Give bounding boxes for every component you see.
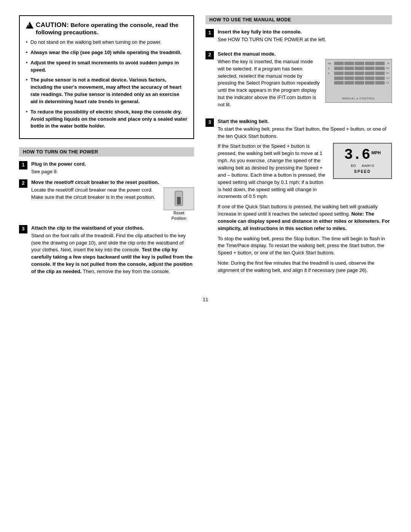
caution-box: CAUTION: Before operating the console, r… — [19, 15, 194, 139]
manual-step-2-number: 2 — [206, 51, 214, 59]
start-belt-text-2: If the Start button or the Speed + butto… — [218, 143, 328, 200]
speed-unit: MPH — [371, 150, 381, 156]
step-1-body: See page 9. — [31, 168, 194, 176]
caution-list: Do not stand on the walking belt when tu… — [26, 39, 187, 130]
manual-step-3: 3 Start the walking belt. To start the w… — [206, 118, 392, 276]
manual-step-3-title: Start the walking belt. — [218, 118, 392, 124]
power-step-2: 2 Move the reset/off circuit breaker to … — [19, 179, 194, 221]
console-panel-diagram: ns Di 1 — [325, 59, 392, 103]
caution-triangle-icon — [26, 22, 33, 29]
speed-sub-left: EO — [351, 163, 356, 168]
svg-rect-1 — [177, 197, 181, 204]
caution-item-2: Always wear the clip (see page 10) while… — [26, 49, 187, 56]
manual-step-2-title: Select the manual mode. — [218, 51, 392, 57]
step-1-number: 1 — [19, 161, 27, 169]
manual-step-2-content: Select the manual mode. When the key is … — [218, 51, 392, 111]
caution-item-2-bold: Always wear the clip (see page 10) while… — [30, 50, 182, 55]
manual-step-2-text: When the key is inserted, the manual mod… — [218, 58, 320, 109]
manual-step-2-body: When the key is inserted, the manual mod… — [218, 58, 392, 111]
speed-label: SPEED — [354, 169, 371, 175]
caution-item-5: To reduce the possibility of electric sh… — [26, 109, 187, 130]
step-2-text: Locate the reset/off circuit breaker nea… — [31, 187, 158, 201]
step-3-bold: Test the clip by carefully taking a few … — [31, 247, 193, 274]
caution-word: CAUTION: — [36, 21, 69, 29]
manual-step-1-content: Insert the key fully into the console. S… — [218, 29, 392, 43]
manual-step-2: 2 Select the manual mode. When the key i… — [206, 51, 392, 111]
step-3-text-1: Stand on the foot rails of the treadmill… — [31, 232, 194, 275]
caution-item-3: Adjust the speed in small increments to … — [26, 59, 187, 74]
step-2-title: Move the reset/off circuit breaker to th… — [31, 179, 194, 185]
console-manual-label: MANUAL ♦ CONTROL — [326, 97, 392, 101]
start-belt-text-3: If one of the Quick Start buttons is pre… — [218, 203, 392, 232]
step-2-number: 2 — [19, 179, 27, 188]
power-step-1: 1 Plug in the power cord. See page 9. — [19, 161, 194, 176]
step-3-title: Attach the clip to the waistband of your… — [31, 225, 194, 231]
speed-display: 3.6 MPH EO Km/H O SPEED — [333, 143, 392, 179]
right-column: HOW TO USE THE MANUAL MODE 1 Insert the … — [206, 15, 392, 285]
step-2-content: Move the reset/off circuit breaker to th… — [31, 179, 194, 221]
step-3-body: Stand on the foot rails of the treadmill… — [31, 232, 194, 275]
caution-title: CAUTION: Before operating the console, r… — [26, 21, 187, 36]
power-section-header: HOW TO TURN ON THE POWER — [19, 147, 194, 157]
start-belt-text-1: To start the walking belt, press the Sta… — [218, 126, 392, 140]
page-layout: CAUTION: Before operating the console, r… — [19, 15, 392, 285]
left-column: CAUTION: Before operating the console, r… — [19, 15, 194, 285]
reset-diagram: Reset Position — [164, 187, 194, 221]
speed-number: 3.6 — [344, 148, 370, 162]
power-section: HOW TO TURN ON THE POWER 1 Plug in the p… — [19, 147, 194, 278]
step-1-content: Plug in the power cord. See page 9. — [31, 161, 194, 176]
note-bold: Note: The console can display speed and … — [218, 211, 390, 231]
manual-step-1-number: 1 — [206, 29, 214, 37]
manual-step-3-number: 3 — [206, 118, 214, 127]
reset-diagram-img — [164, 187, 194, 210]
caution-item-3-bold: Adjust the speed in small increments to … — [30, 60, 179, 73]
reset-switch-svg — [167, 189, 190, 208]
caution-item-4-part1: The pulse sensor is not a medical device… — [30, 77, 182, 104]
start-belt-text-5: Note: During the first few minutes that … — [218, 260, 392, 274]
step-2-body: Locate the reset/off circuit breaker nea… — [31, 187, 194, 221]
step-3-number: 3 — [19, 225, 27, 233]
reset-position-label: Reset Position — [171, 210, 186, 221]
step-1-title: Plug in the power cord. — [31, 161, 194, 167]
manual-step-3-content: Start the walking belt. To start the wal… — [218, 118, 392, 276]
speed-sub-right: Km/H O — [362, 163, 374, 168]
caution-item-1: Do not stand on the walking belt when tu… — [26, 39, 187, 46]
power-step-3: 3 Attach the clip to the waistband of yo… — [19, 225, 194, 278]
manual-step-3-body: To start the walking belt, press the Sta… — [218, 126, 392, 274]
step-3-content: Attach the clip to the waistband of your… — [31, 225, 194, 278]
manual-step-1-body: See HOW TO TURN ON THE POWER at the left… — [218, 36, 392, 43]
caution-title-text: CAUTION: Before operating the console, r… — [36, 21, 187, 36]
page-number: 11 — [19, 297, 392, 302]
start-belt-text-4: To stop the walking belt, press the Stop… — [218, 235, 392, 257]
manual-mode-header: HOW TO USE THE MANUAL MODE — [206, 15, 392, 24]
manual-step-1: 1 Insert the key fully into the console.… — [206, 29, 392, 43]
manual-step-1-title: Insert the key fully into the console. — [218, 29, 392, 35]
caution-item-5-bold: To reduce the possibility of electric sh… — [30, 109, 187, 129]
caution-item-4: The pulse sensor is not a medical device… — [26, 77, 187, 105]
